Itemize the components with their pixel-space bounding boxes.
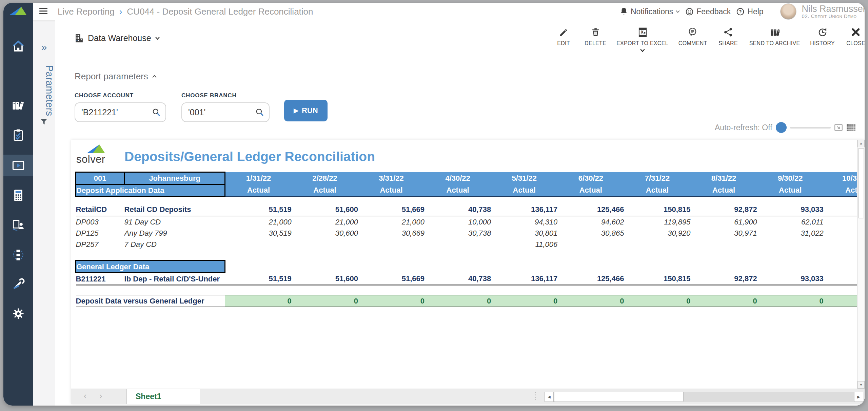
sidebar-item-live-reporting[interactable] xyxy=(3,155,33,176)
document-user-icon xyxy=(11,218,26,233)
vertical-scrollbar[interactable]: ▲ ▼ xyxy=(857,140,865,389)
help-icon: ? xyxy=(736,7,745,16)
table-cell xyxy=(624,261,690,273)
value-cell: 30,519 xyxy=(225,228,292,239)
sheet-tab[interactable]: Sheet1 xyxy=(126,389,200,404)
data-source-selector[interactable]: Data Warehouse xyxy=(75,33,160,43)
help-button[interactable]: ? Help xyxy=(736,7,763,16)
delete-button[interactable]: DELETE xyxy=(585,27,606,52)
export-to-excel-button[interactable]: XEXPORT TO EXCEL xyxy=(616,27,668,52)
row-code-cell: DP125 xyxy=(76,228,124,239)
user-info[interactable]: Nils Rasmussen 02. Credit Union Demo xyxy=(802,4,865,19)
user-tenant: 02. Credit Union Demo xyxy=(802,14,865,19)
svg-text:?: ? xyxy=(739,9,742,14)
vertical-scroll-thumb[interactable] xyxy=(858,148,864,218)
next-sheet-arrow[interactable]: › xyxy=(99,391,102,401)
scenario-header-cell: Actual xyxy=(557,184,624,197)
sidebar-item-tools[interactable] xyxy=(3,274,33,295)
run-button[interactable]: ▶ RUN xyxy=(284,100,328,121)
scroll-right-button[interactable]: ▶ xyxy=(854,392,863,402)
value-cell: 94,310 xyxy=(491,216,557,228)
scroll-down-button[interactable]: ▼ xyxy=(857,381,865,389)
scenario-header-cell: Actual xyxy=(491,184,557,197)
parameters-rail-label[interactable]: Parameters xyxy=(33,55,55,126)
close-label: CLOSE xyxy=(846,40,865,46)
value-cell: 125,466 xyxy=(557,204,624,216)
value-cell: 21,000 xyxy=(292,216,358,228)
horizontal-scrollbar[interactable]: ◀ ▶ xyxy=(545,392,863,402)
notifications-label: Notifications xyxy=(631,7,673,16)
pencil-icon xyxy=(558,27,569,37)
sidebar-item-home[interactable] xyxy=(3,36,33,57)
scroll-up-button[interactable]: ▲ xyxy=(857,140,865,147)
variance-label-cell: Deposit Data versus General Ledger xyxy=(76,295,225,307)
calculator-icon xyxy=(11,188,26,203)
value-cell: 51,519 xyxy=(225,204,292,216)
breadcrumb-section[interactable]: Live Reporting xyxy=(58,6,115,17)
value-cell: 40,738 xyxy=(425,273,491,286)
scenario-header-cell: Actual xyxy=(292,184,358,197)
table-grid-icon[interactable] xyxy=(846,123,856,132)
value-cell: 30,738 xyxy=(425,228,491,239)
send-to-archive-button[interactable]: SEND TO ARCHIVE xyxy=(749,27,800,52)
tools-icon xyxy=(11,277,26,292)
sidebar-item-document-user[interactable] xyxy=(3,214,33,236)
hamburger-menu-icon[interactable] xyxy=(39,8,47,15)
variance-value-cell: 0 xyxy=(557,295,624,307)
branch-name-cell: Johannesburg xyxy=(124,172,225,184)
sidebar-item-clipboard-check[interactable] xyxy=(3,124,33,146)
horizontal-scroll-thumb[interactable] xyxy=(554,392,684,402)
sidebar-item-calculator[interactable] xyxy=(3,184,33,206)
user-avatar[interactable] xyxy=(780,3,796,20)
sidebar-item-workflow[interactable] xyxy=(3,244,33,266)
share-button[interactable]: SHARE xyxy=(717,27,739,52)
value-cell xyxy=(425,239,491,250)
variance-value-cell: 0 xyxy=(292,295,358,307)
account-input[interactable] xyxy=(75,107,152,117)
scenario-header-cell: Actual xyxy=(757,184,824,197)
history-button[interactable]: HISTORY xyxy=(810,27,835,52)
table-cell xyxy=(691,261,757,273)
value-cell xyxy=(624,239,690,250)
settings-gear-icon xyxy=(11,306,26,321)
report-parameters-toggle[interactable]: Report parameters xyxy=(75,71,157,82)
notifications-button[interactable]: Notifications xyxy=(620,7,680,16)
value-cell: 93,033 xyxy=(757,273,824,286)
filter-funnel-icon[interactable] xyxy=(40,119,48,125)
comment-button[interactable]: COMMENT xyxy=(678,27,707,52)
scroll-left-button[interactable]: ◀ xyxy=(545,392,554,402)
expand-parameters-icon[interactable]: » xyxy=(33,42,55,52)
previous-sheet-arrow[interactable]: ‹ xyxy=(84,391,86,401)
choose-account-label: CHOOSE ACCOUNT xyxy=(75,92,166,99)
branch-input[interactable] xyxy=(182,107,255,117)
sidebar-item-settings-gear[interactable] xyxy=(3,303,33,325)
value-cell: 40,738 xyxy=(425,204,491,216)
edit-button[interactable]: EDIT xyxy=(553,27,574,52)
auto-refresh-slider-knob[interactable] xyxy=(776,122,787,133)
auto-refresh-control: Auto-refresh: Off xyxy=(715,122,856,133)
splitter-handle[interactable] xyxy=(535,392,536,400)
divider xyxy=(772,6,772,17)
sidebar-item-archive-binders[interactable] xyxy=(3,95,33,117)
value-cell: 30,801 xyxy=(491,228,557,239)
row-name-cell: Retail CD Deposits xyxy=(124,204,225,216)
auto-refresh-slider-track[interactable] xyxy=(790,127,831,129)
sheet-tab-bar: ‹ › Sheet1 ◀ ▶ xyxy=(71,389,865,404)
variance-value-cell: 0 xyxy=(491,295,557,307)
building-icon xyxy=(75,34,84,43)
topbar: Live Reporting › CU044 - Deposit General… xyxy=(33,3,865,21)
search-icon[interactable] xyxy=(152,108,161,117)
archive-binders-icon xyxy=(11,98,26,113)
comment-icon xyxy=(688,27,698,37)
value-cell xyxy=(691,239,757,250)
feedback-button[interactable]: Feedback xyxy=(685,7,731,16)
popout-icon[interactable] xyxy=(834,123,843,132)
value-cell: 94,602 xyxy=(557,216,624,228)
sheet-tab-label: Sheet1 xyxy=(127,389,200,404)
table-cell xyxy=(491,261,557,273)
close-icon xyxy=(851,27,861,37)
value-cell: 51,600 xyxy=(292,204,358,216)
close-button[interactable]: CLOSE xyxy=(845,27,865,52)
search-icon[interactable] xyxy=(255,108,264,117)
table-cell xyxy=(425,261,491,273)
